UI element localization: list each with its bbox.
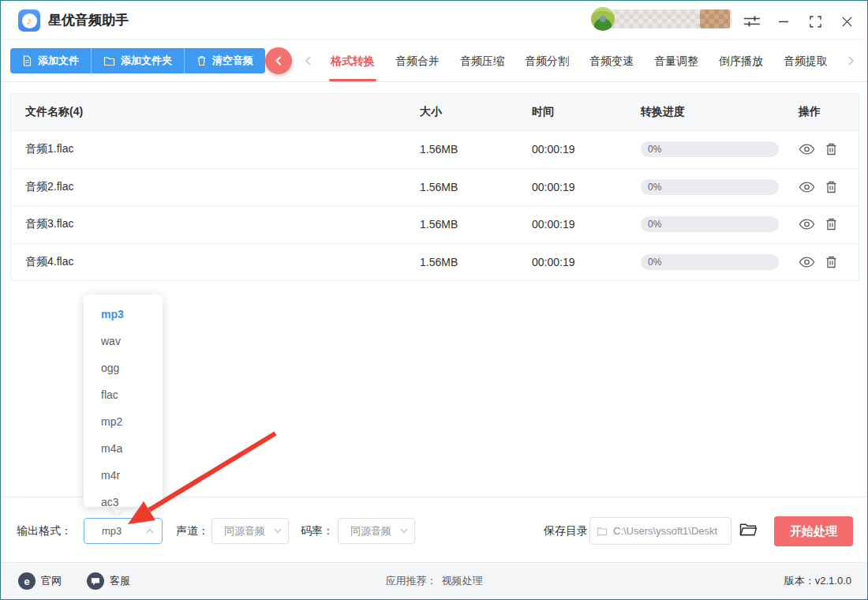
username-redacted — [605, 9, 731, 28]
progress-bar: 0% — [641, 141, 779, 157]
trash-icon — [196, 55, 207, 66]
col-progress: 转换进度 — [641, 105, 799, 119]
file-size: 1.56MB — [420, 218, 532, 231]
bitrate-label: 码率： — [301, 497, 334, 564]
delete-trash-icon[interactable] — [825, 143, 837, 156]
channel-select[interactable]: 同源音频 — [211, 518, 289, 544]
browse-folder-icon[interactable] — [739, 522, 758, 537]
file-duration: 00:00:19 — [532, 143, 641, 156]
channel-label: 声道： — [176, 497, 209, 564]
browser-e-icon: e — [18, 572, 36, 590]
tab-audio-extract[interactable]: 音频提取 — [773, 40, 838, 81]
toolbar-tab-band: 添加文件 添加文件夹 清空音频 格式转换 音频合并 音频压缩 音频分割 音频变速… — [1, 40, 867, 82]
preview-eye-icon[interactable] — [799, 257, 815, 268]
preview-eye-icon[interactable] — [799, 144, 815, 155]
dropdown-option-wav[interactable]: wav — [84, 328, 163, 354]
file-name: 音频1.flac — [11, 142, 420, 156]
dropdown-option-m4a[interactable]: m4a — [84, 435, 163, 462]
delete-trash-icon[interactable] — [825, 218, 837, 231]
app-title: 星优音频助手 — [48, 1, 129, 40]
tab-audio-compress[interactable]: 音频压缩 — [450, 40, 514, 81]
table-header-row: 文件名称(4) 大小 时间 转换进度 操作 — [11, 94, 859, 130]
tab-audio-split[interactable]: 音频分割 — [514, 40, 579, 81]
tabs-next-chevron[interactable] — [844, 54, 858, 68]
chevron-left-icon — [305, 56, 312, 66]
col-filename: 文件名称(4) — [11, 105, 420, 119]
file-size: 1.56MB — [420, 143, 532, 156]
col-actions: 操作 — [799, 105, 859, 119]
app-logo-icon: ♪ — [18, 9, 40, 32]
feature-tabs: 格式转换 音频合并 音频压缩 音频分割 音频变速 音量调整 倒序播放 音频提取 — [320, 40, 844, 81]
add-folder-button[interactable]: 添加文件夹 — [91, 48, 184, 73]
file-duration: 00:00:19 — [532, 256, 641, 268]
app-window: ♪ 星优音频助手 添加文件 添加文件夹 — [0, 0, 868, 600]
progress-bar: 0% — [641, 216, 779, 232]
settings-sliders-icon[interactable] — [742, 11, 762, 32]
file-name: 音频3.flac — [11, 217, 420, 231]
tab-format-convert[interactable]: 格式转换 — [320, 40, 385, 81]
col-size: 大小 — [420, 105, 532, 119]
footer-bar: e 官网 客服 应用推荐： 视频处理 版本：v2.1.0.0 — [1, 562, 867, 599]
toolbar-button-group: 添加文件 添加文件夹 清空音频 — [10, 48, 265, 73]
delete-trash-icon[interactable] — [825, 256, 837, 268]
app-recommend-label: 应用推荐： — [386, 574, 437, 588]
tabs-prev-chevron[interactable] — [301, 54, 315, 68]
chevron-down-icon — [274, 528, 282, 534]
start-processing-button[interactable]: 开始处理 — [774, 516, 853, 546]
preview-eye-icon[interactable] — [799, 219, 815, 230]
file-table: 文件名称(4) 大小 时间 转换进度 操作 音频1.flac 1.56MB 00… — [10, 93, 859, 281]
delete-trash-icon[interactable] — [825, 181, 837, 193]
dropdown-option-ogg[interactable]: ogg — [84, 354, 163, 381]
file-name: 音频4.flac — [11, 255, 420, 269]
tab-audio-speed[interactable]: 音频变速 — [579, 40, 644, 81]
dropdown-option-mp2[interactable]: mp2 — [84, 408, 163, 435]
chevron-up-icon — [146, 528, 154, 534]
save-dir-input[interactable]: C:\Users\yssoft1\Deskt — [589, 517, 731, 545]
progress-bar: 0% — [641, 179, 779, 195]
chat-bubble-icon — [87, 572, 104, 590]
preview-eye-icon[interactable] — [799, 182, 815, 193]
file-duration: 00:00:19 — [532, 218, 641, 231]
folder-small-icon — [597, 527, 608, 536]
customer-service-link[interactable]: 客服 — [87, 572, 130, 590]
dropdown-option-ac3[interactable]: ac3 — [84, 489, 163, 507]
chevron-right-icon — [847, 56, 855, 66]
file-name: 音频2.flac — [11, 180, 420, 194]
table-row: 音频1.flac 1.56MB 00:00:19 0% — [11, 130, 859, 168]
dropdown-option-m4r[interactable]: m4r — [84, 462, 163, 489]
add-file-button[interactable]: 添加文件 — [10, 48, 91, 73]
dropdown-option-mp3[interactable]: mp3 — [84, 301, 163, 328]
file-duration: 00:00:19 — [532, 181, 641, 193]
video-processing-link[interactable]: 视频处理 — [442, 574, 483, 588]
scroll-tabs-left-button[interactable] — [265, 47, 292, 74]
table-row: 音频2.flac 1.56MB 00:00:19 0% — [11, 168, 859, 206]
title-bar: ♪ 星优音频助手 — [1, 1, 867, 40]
bitrate-select[interactable]: 同源音频 — [338, 518, 415, 544]
table-row: 音频3.flac 1.56MB 00:00:19 0% — [11, 205, 859, 243]
progress-bar: 0% — [641, 254, 779, 270]
output-format-select[interactable]: mp3 — [84, 518, 163, 544]
maximize-button[interactable] — [805, 11, 825, 32]
folder-icon — [103, 56, 115, 66]
tab-reverse-play[interactable]: 倒序播放 — [709, 40, 773, 81]
file-size: 1.56MB — [420, 181, 532, 193]
official-website-link[interactable]: e 官网 — [18, 572, 62, 590]
close-button[interactable] — [836, 11, 857, 32]
user-account[interactable] — [591, 7, 731, 31]
chevron-left-icon — [275, 56, 282, 66]
version-label: 版本：v2.1.0.0 — [784, 574, 851, 588]
file-size: 1.56MB — [420, 256, 532, 268]
minimize-button[interactable] — [773, 11, 794, 32]
tab-volume-adjust[interactable]: 音量调整 — [644, 40, 709, 81]
col-time: 时间 — [532, 105, 641, 119]
music-note-icon: ♪ — [27, 15, 32, 26]
file-icon — [22, 55, 32, 66]
output-format-label: 输出格式： — [17, 497, 72, 564]
dropdown-option-flac[interactable]: flac — [84, 381, 163, 408]
table-row: 音频4.flac 1.56MB 00:00:19 0% — [11, 243, 859, 281]
avatar — [591, 7, 615, 31]
clear-audio-button[interactable]: 清空音频 — [184, 48, 265, 73]
chevron-down-icon — [400, 528, 408, 534]
tab-audio-merge[interactable]: 音频合并 — [385, 40, 450, 81]
format-dropdown-menu: mp3 wav ogg flac mp2 m4a m4r ac3 — [84, 294, 163, 507]
